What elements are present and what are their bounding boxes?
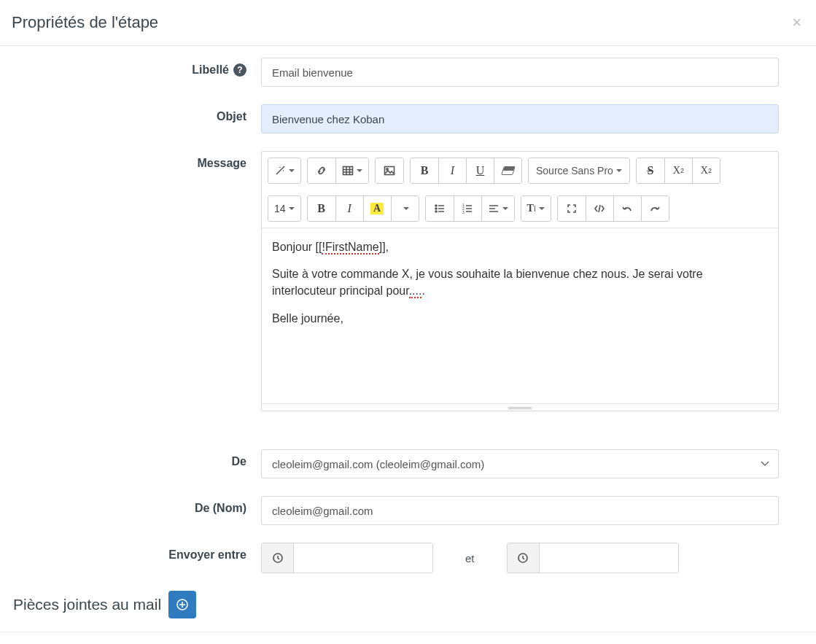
font-family-label: Source Sans Pro bbox=[536, 165, 613, 176]
editor-text: . bbox=[421, 284, 424, 297]
row-libelle: Libellé ? bbox=[13, 58, 803, 87]
clear-format-button[interactable] bbox=[494, 158, 521, 183]
editor-text: Bonjour [[ bbox=[272, 241, 322, 253]
code-view-button[interactable] bbox=[586, 196, 613, 221]
link-button[interactable] bbox=[308, 158, 335, 183]
label-de-text: De bbox=[232, 455, 246, 468]
modal-footer-border bbox=[0, 632, 816, 643]
clock-icon[interactable] bbox=[262, 543, 294, 573]
time-end-input[interactable] bbox=[540, 543, 678, 573]
font-color-dropdown[interactable] bbox=[391, 196, 419, 221]
label-libelle-text: Libellé bbox=[192, 63, 229, 77]
editor-token-firstname: !FirstName bbox=[322, 241, 378, 255]
attachments-section: Pièces jointes au mail bbox=[13, 591, 803, 629]
superscript-button[interactable]: X2 bbox=[664, 158, 692, 183]
undo-button[interactable] bbox=[613, 196, 641, 221]
editor-text: ]], bbox=[379, 241, 389, 253]
svg-point-4 bbox=[435, 208, 437, 209]
editor-toolbar: B I U Source Sans Pro S X2 X2 bbox=[262, 152, 778, 228]
editor-content[interactable]: Bonjour [[!FirstName]], Suite à votre co… bbox=[262, 228, 778, 403]
attachments-label: Pièces jointes au mail bbox=[13, 596, 161, 613]
text-style-button[interactable]: TI bbox=[521, 196, 551, 221]
table-button[interactable] bbox=[335, 158, 368, 183]
svg-rect-0 bbox=[343, 167, 353, 175]
label-message: Message bbox=[13, 151, 261, 170]
label-objet: Objet bbox=[13, 104, 261, 123]
font-size-label: 14 bbox=[274, 203, 286, 214]
strikethrough-button[interactable]: S bbox=[637, 158, 664, 183]
row-envoyer: Envoyer entre et bbox=[13, 543, 803, 573]
label-de-nom: De (Nom) bbox=[13, 496, 261, 515]
clock-icon[interactable] bbox=[508, 543, 540, 573]
underline-button[interactable]: U bbox=[466, 158, 494, 183]
between-label: et bbox=[465, 552, 475, 565]
label-message-text: Message bbox=[197, 157, 246, 170]
label-envoyer: Envoyer entre bbox=[13, 543, 261, 562]
time-start-input[interactable] bbox=[294, 543, 432, 573]
from-name-input[interactable] bbox=[261, 496, 779, 525]
add-attachment-button[interactable] bbox=[168, 591, 196, 618]
font-color-button[interactable]: A bbox=[363, 196, 391, 221]
row-de: De cleoleim@gmail.com (cleoleim@gmail.co… bbox=[13, 449, 803, 478]
close-icon[interactable]: × bbox=[792, 15, 801, 31]
font-family-select[interactable]: Source Sans Pro bbox=[529, 158, 629, 183]
modal-title: Propriétés de l'étape bbox=[12, 13, 158, 32]
modal-header: Propriétés de l'étape × bbox=[0, 0, 816, 46]
svg-text:3: 3 bbox=[462, 210, 465, 214]
subscript-button[interactable]: X2 bbox=[692, 158, 720, 183]
ordered-list-button[interactable]: 123 bbox=[454, 196, 481, 221]
svg-rect-1 bbox=[385, 167, 395, 175]
editor-token-ellipsis: .... bbox=[409, 284, 422, 298]
label-de-nom-text: De (Nom) bbox=[195, 502, 246, 515]
image-button[interactable] bbox=[376, 158, 403, 183]
italic-button[interactable]: I bbox=[438, 158, 466, 183]
time-start-group bbox=[261, 543, 433, 573]
font-size-select[interactable]: 14 bbox=[268, 196, 300, 221]
redo-button[interactable] bbox=[641, 196, 669, 221]
rich-text-editor: B I U Source Sans Pro S X2 X2 bbox=[261, 151, 779, 411]
label-envoyer-text: Envoyer entre bbox=[168, 548, 246, 562]
row-message: Message bbox=[13, 151, 803, 411]
time-end-group bbox=[507, 543, 679, 573]
objet-input[interactable] bbox=[261, 104, 779, 133]
help-icon[interactable]: ? bbox=[233, 63, 246, 77]
row-de-nom: De (Nom) bbox=[13, 496, 803, 525]
from-select[interactable]: cleoleim@gmail.com (cleoleim@gmail.com) bbox=[261, 449, 779, 478]
editor-resize-handle[interactable] bbox=[262, 403, 778, 411]
bold-button-2[interactable]: B bbox=[308, 196, 335, 221]
svg-point-5 bbox=[435, 211, 437, 212]
label-libelle: Libellé ? bbox=[13, 58, 261, 77]
editor-text: Suite à votre commande X, je vous souhai… bbox=[272, 268, 703, 297]
bold-button[interactable]: B bbox=[411, 158, 438, 183]
label-objet-text: Objet bbox=[217, 110, 246, 123]
magic-wand-button[interactable] bbox=[268, 158, 300, 183]
editor-text: Belle journée, bbox=[272, 310, 768, 327]
libelle-input[interactable] bbox=[261, 58, 779, 87]
svg-point-2 bbox=[386, 168, 388, 170]
label-de: De bbox=[13, 449, 261, 468]
row-objet: Objet bbox=[13, 104, 803, 133]
svg-point-3 bbox=[435, 205, 437, 206]
italic-button-2[interactable]: I bbox=[335, 196, 363, 221]
modal-body: Libellé ? Objet Message bbox=[0, 46, 816, 632]
align-button[interactable] bbox=[481, 196, 514, 221]
fullscreen-button[interactable] bbox=[558, 196, 586, 221]
unordered-list-button[interactable] bbox=[426, 196, 454, 221]
